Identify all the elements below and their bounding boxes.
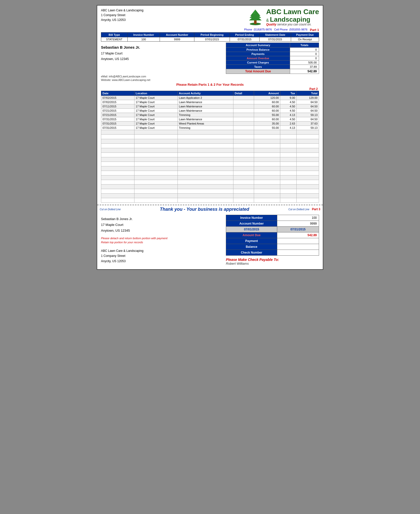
col-account-number: Account Number: [160, 32, 194, 37]
summary-row-taxes: Taxes 37.89: [226, 65, 319, 69]
logo-text: ABC Lawn Care & Landscaping Quality serv…: [266, 8, 319, 26]
period-beginning-value: 07/01/2015: [194, 37, 230, 41]
customer-summary-row: Sebastian B Jones Jr. 17 Maple Court Any…: [101, 43, 319, 74]
remit-city: Anycity, US 12053: [101, 259, 221, 264]
prev-balance-label: Previous Balance: [226, 47, 290, 52]
part3-period-end: 07/31/2015: [277, 226, 319, 232]
company-city: Anycity, US 12053: [101, 18, 144, 22]
activity-cell-amount: 55.00: [254, 113, 280, 117]
overdue-label: Amount Overdue: [226, 56, 290, 60]
thankyou-section: Thank you - Your business is appreciated: [121, 207, 288, 212]
part3-amount-row: Amount Due 542.89: [226, 232, 319, 238]
company-name: ABC Lawn Care & Landscaping: [101, 8, 144, 13]
activity-cell-date: 07/21/2015: [101, 113, 134, 117]
part3-right: Invoice Number 100 Account Number 9999 0…: [226, 215, 319, 265]
thankyou-text: Thank you - Your business is appreciated: [160, 207, 249, 212]
part3-customer: Sebastian B Jones Jr. 17 Maple Court Any…: [101, 216, 221, 234]
activity-cell-location: 17 Maple Court: [134, 104, 178, 108]
overdue-value: 0: [290, 56, 319, 60]
phone-section: Phone (518)875-9876 Cell Phone (555)555-…: [244, 28, 307, 31]
summary-row-prev-balance: Previous Balance 0: [226, 47, 319, 52]
activity-cell-amount: 60.00: [254, 108, 280, 113]
activity-cell-date: 07/11/2015: [101, 104, 134, 108]
invoice-number-value: 100: [127, 37, 160, 41]
act-col-detail: Detail: [233, 91, 254, 96]
col-period-ending: Period Ending: [230, 32, 259, 37]
act-col-tax: Tax: [280, 91, 297, 96]
invoice-header-table: Bill Type Invoice Number Account Number …: [101, 32, 319, 42]
activity-cell-detail: [233, 117, 254, 121]
company-street: 1 Company Street: [101, 13, 144, 18]
current-charges-label: Current Charges: [226, 60, 290, 65]
contact-email: eMail: info@ABCLawnLandscape.com: [101, 75, 319, 78]
empty-row: [101, 157, 319, 162]
logo-section: ABC Lawn Care & Landscaping Quality serv…: [247, 8, 319, 26]
part3-account-row: Account Number 9999: [226, 221, 319, 226]
current-charges-value: 505.00: [290, 60, 319, 65]
part2-label: Part 2: [101, 87, 319, 91]
empty-row: [101, 143, 319, 148]
remit-street: 1 Company Street: [101, 253, 221, 258]
activity-cell-total: 64.50: [296, 100, 319, 104]
activity-cell-activity: Lawn Maintenance: [178, 108, 233, 113]
summary-row-payments: Payments 0: [226, 52, 319, 56]
col-bill-type: Bill Type: [101, 32, 128, 37]
logo-landscaping: Landscaping: [270, 16, 310, 23]
activity-cell-location: 17 Maple Court: [134, 126, 178, 130]
activity-cell-activity: Lawn Application 2: [178, 96, 233, 100]
cell-label: Cell Phone: [274, 28, 288, 31]
part3-check-value: [277, 250, 319, 255]
account-number-value: 9999: [160, 37, 194, 41]
act-col-date: Date: [101, 91, 134, 96]
invoice: ABC Lawn Care & Landscaping 1 Company St…: [97, 5, 323, 270]
part3-account-label: Account Number: [226, 221, 277, 226]
taxes-value: 37.89: [290, 65, 319, 69]
activity-cell-location: 17 Maple Court: [134, 108, 178, 113]
part3-amount-value: 542.89: [277, 232, 319, 238]
activity-cell-activity: Lawn Maintenance: [178, 104, 233, 108]
part1-label: Part 1: [310, 28, 319, 32]
payable-to: Robert Williams: [226, 262, 319, 265]
part3-left: Sebastian B Jones Jr. 17 Maple Court Any…: [101, 215, 221, 264]
part3-invoice-row: Invoice Number 100: [226, 215, 319, 221]
total-label: Total Amount Due: [226, 69, 290, 74]
activity-cell-date: 07/02/2015: [101, 100, 134, 104]
activity-cell-tax: 4.50: [280, 117, 297, 121]
make-check: Please Make Check Payable To:: [226, 258, 319, 262]
activity-cell-amount: 35.00: [254, 121, 280, 126]
activity-row: 07/31/201517 Maple CourtLawn Maintenance…: [101, 117, 319, 121]
phone-number: (518)875-9876: [254, 28, 272, 31]
payments-value: 0: [290, 52, 319, 56]
total-value: 542.89: [290, 69, 319, 74]
activity-row: 07/31/201517 Maple CourtWeed Planted Are…: [101, 121, 319, 126]
logo-tagline: Quality service you can count on.: [266, 23, 319, 26]
logo-tree-icon: [247, 8, 264, 26]
activity-cell-total: 37.63: [296, 121, 319, 126]
part3-customer-addr1: 17 Maple Court: [101, 222, 221, 228]
activity-row: 07/21/201517 Maple CourtTrimming55.004.1…: [101, 113, 319, 117]
empty-row: [101, 171, 319, 175]
activity-cell-tax: 4.50: [280, 104, 297, 108]
activity-cell-total: 64.50: [296, 108, 319, 113]
part3-customer-addr2: Anytown, US 12345: [101, 228, 221, 233]
taxes-label: Taxes: [226, 65, 290, 69]
activity-cell-detail: [233, 96, 254, 100]
period-ending-value: 07/31/2015: [230, 37, 259, 41]
part3-account-value: 9999: [277, 221, 319, 226]
activity-cell-date: 07/21/2015: [101, 108, 134, 113]
summary-row-total: Total Amount Due 542.89: [226, 69, 319, 74]
part3-content: Sebastian B Jones Jr. 17 Maple Court Any…: [101, 215, 319, 265]
part3-period-row: 07/01/2015 07/31/2015: [226, 226, 319, 232]
summary-row-overdue: Amount Overdue 0: [226, 56, 319, 60]
activity-cell-activity: Trimming: [178, 126, 233, 130]
customer-name: Sebastian B Jones Jr.: [101, 44, 226, 51]
company-address: ABC Lawn Care & Landscaping 1 Company St…: [101, 8, 144, 23]
activity-cell-amount: 55.00: [254, 126, 280, 130]
activity-cell-total: 59.13: [296, 113, 319, 117]
activity-cell-activity: Weed Planted Areas: [178, 121, 233, 126]
detach-notice: Please detach and return bottom portion …: [101, 236, 221, 245]
part3-balance-value: [277, 244, 319, 250]
activity-cell-detail: [233, 108, 254, 113]
activity-cell-tax: 9.00: [280, 96, 297, 100]
remit-address: ABC Lawn Care & Landscaping 1 Company St…: [101, 248, 221, 264]
